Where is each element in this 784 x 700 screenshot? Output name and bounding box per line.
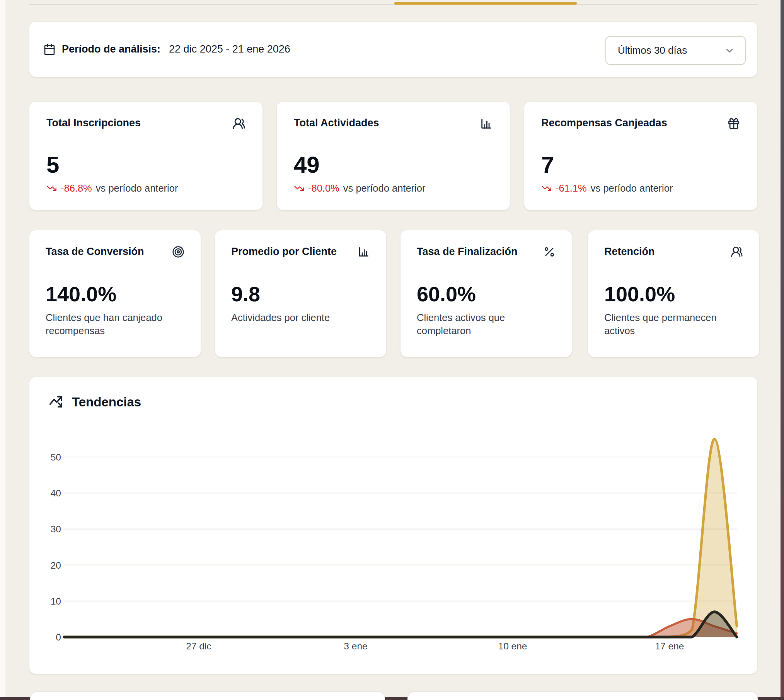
target-icon [172, 246, 184, 258]
period-bar: Período de análisis: 22 dic 2025 - 21 en… [29, 21, 758, 77]
kpi-card-total-actividades: Total Actividades 49 -80.0% vs período a… [276, 101, 510, 211]
active-tab-underline [394, 2, 577, 5]
svg-text:10 ene: 10 ene [498, 641, 527, 651]
rate-subtitle: Clientes que permanecen activos [604, 311, 743, 337]
tabs-divider [29, 4, 758, 5]
svg-text:17 ene: 17 ene [655, 641, 684, 651]
kpi-card-recompensas-canjeadas: Recompensas Canjeadas 7 -61.1% vs períod… [524, 101, 758, 211]
period-info: Período de análisis: 22 dic 2025 - 21 en… [43, 43, 290, 56]
users-icon [232, 117, 245, 130]
svg-text:27 dic: 27 dic [186, 641, 211, 651]
rate-title: Tasa de Finalización [417, 246, 518, 258]
svg-text:30: 30 [51, 524, 61, 534]
bar-chart-icon [480, 117, 493, 130]
kpi-delta-value: -80.0% [308, 183, 339, 194]
date-range-value: Últimos 30 días [618, 44, 687, 56]
rate-card-promedio-cliente: Promedio por Cliente 9.8 Actividades por… [215, 230, 387, 357]
rate-value: 60.0% [417, 284, 556, 304]
kpi-delta-row: -61.1% vs período anterior [541, 183, 740, 194]
rate-value: 100.0% [604, 284, 743, 304]
partial-card-right [407, 692, 758, 700]
kpi-title: Recompensas Canjeadas [541, 117, 667, 129]
kpi-title: Total Inscripciones [46, 117, 141, 129]
kpi-delta-note: vs período anterior [96, 183, 178, 194]
svg-text:0: 0 [56, 632, 61, 642]
chevron-down-icon [724, 45, 735, 56]
svg-text:50: 50 [51, 452, 61, 462]
rate-card-tasa-conversion: Tasa de Conversión 140.0% Clientes que h… [29, 230, 201, 357]
period-label: Período de análisis: [62, 43, 160, 55]
window-right-edge [781, 0, 784, 700]
trends-card: Tendencias 0102030405027 dic3 ene10 ene1… [29, 377, 758, 674]
page-left-strip [0, 0, 5, 700]
kpi-delta-note: vs período anterior [591, 183, 673, 194]
partial-card-left [30, 692, 385, 700]
rate-card-retencion: Retención 100.0% Clientes que permanecen… [588, 230, 760, 357]
kpi-card-total-inscripciones: Total Inscripciones 5 -86.8% vs período … [29, 101, 263, 211]
kpi-value: 49 [294, 153, 493, 177]
trending-down-icon [46, 183, 57, 194]
users-icon [731, 246, 743, 258]
rate-value: 9.8 [231, 284, 370, 304]
kpi-delta-row: -86.8% vs período anterior [46, 183, 245, 194]
period-range: 22 dic 2025 - 21 ene 2026 [169, 43, 290, 55]
trends-chart: 0102030405027 dic3 ene10 ene17 ene [29, 377, 758, 675]
rate-card-tasa-finalizacion: Tasa de Finalización 60.0% Clientes acti… [400, 230, 572, 357]
svg-text:20: 20 [51, 560, 61, 571]
rate-title: Promedio por Cliente [231, 246, 337, 258]
trending-down-icon [541, 183, 552, 194]
rate-title: Tasa de Conversión [46, 246, 144, 258]
svg-text:10: 10 [51, 596, 61, 607]
date-range-select[interactable]: Últimos 30 días [605, 36, 746, 65]
rate-subtitle: Actividades por cliente [231, 311, 370, 325]
kpi-delta-row: -80.0% vs período anterior [294, 183, 493, 194]
calendar-icon [43, 43, 56, 56]
kpi-delta-value: -86.8% [61, 183, 92, 194]
kpi-value: 5 [46, 153, 245, 177]
kpi-delta-note: vs período anterior [343, 183, 426, 194]
rate-value: 140.0% [46, 284, 184, 304]
svg-text:40: 40 [51, 488, 61, 498]
rate-subtitle: Clientes activos que completaron [417, 311, 556, 337]
rate-title: Retención [604, 246, 655, 258]
kpi-title: Total Actividades [294, 117, 379, 129]
gift-icon [727, 117, 740, 130]
svg-text:3 ene: 3 ene [344, 641, 367, 651]
bar-chart-icon [358, 246, 370, 258]
kpi-delta-value: -61.1% [556, 183, 587, 194]
percent-icon [543, 246, 556, 258]
kpi-value: 7 [541, 153, 740, 177]
rate-subtitle: Clientes que han canjeado recompensas [46, 311, 184, 337]
trending-down-icon [294, 183, 304, 194]
